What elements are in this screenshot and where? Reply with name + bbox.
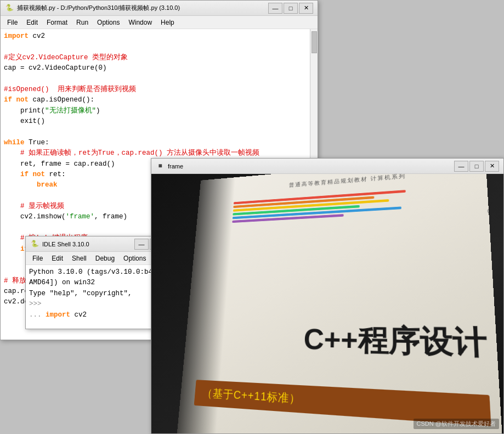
shell-titlebar-left: 🐍 IDLE Shell 3.10.0 [30,240,89,249]
editor-menubar: File Edit Format Run Options Window Help [1,16,318,29]
code-line-6: #isOpened() 用来判断是否捕获到视频 [4,84,314,95]
menu-window[interactable]: Window [124,18,156,27]
book-main-title: C++程序设计 [303,323,488,361]
menu-format[interactable]: Format [42,18,72,27]
code-line-7: if not cap.isOpened(): [4,95,314,105]
close-button[interactable]: ✕ [299,3,313,14]
editor-titlebar: 🐍 捕获视频帧.py - D:/Python/Python310/捕获视频帧.p… [1,1,318,16]
watermark-text: CSDN @软件开发技术爱好者 [414,419,499,429]
menu-help[interactable]: Help [156,18,179,27]
editor-icon: 🐍 [5,4,14,13]
code-line-12: # 如果正确读帧，ret为True，cap.read() 方法从摄像头中读取一帧… [4,148,314,159]
frame-maximize-button[interactable]: □ [469,161,484,172]
frame-title: frame [168,163,183,170]
shell-menu-shell[interactable]: Shell [67,253,91,263]
code-line-5 [4,74,314,84]
frame-titlebar-left: ■ frame [156,162,183,171]
rainbow-lines [232,188,428,223]
book-cover-surface: 普通高等教育精品规划教材 计算机系列 C++程序设计 （基于 [175,174,503,433]
book-transform: 普通高等教育精品规划教材 计算机系列 C++程序设计 （基于 [175,174,503,433]
code-line-3: #定义cv2.VideoCapture 类型的对象 [4,53,314,63]
book-subtitle-text: （基于C++11标准） [202,387,301,405]
shell-menu-edit[interactable]: Edit [47,253,67,263]
menu-file[interactable]: File [3,18,22,27]
code-line-4: cap = cv2.VideoCapture(0) [4,63,314,74]
menu-run[interactable]: Run [72,18,93,27]
shell-menu-options[interactable]: Options [119,253,150,263]
code-line-1: import cv2 [4,31,314,42]
menu-options[interactable]: Options [93,18,124,27]
book-top-text: 普通高等教育精品规划教材 计算机系列 [234,174,474,193]
frame-titlebar: ■ frame — □ ✕ [151,159,503,174]
shell-menu-file[interactable]: File [28,253,47,263]
frame-minimize-button[interactable]: — [454,161,468,172]
code-line-11: while True: [4,138,314,148]
frame-window: ■ frame — □ ✕ 普通高等教育精品规划教材 计算机系列 [151,158,504,434]
minimize-button[interactable]: — [268,3,282,14]
frame-close-button[interactable]: ✕ [485,161,499,172]
frame-controls: — □ ✕ [454,161,499,172]
scrollbar-thumb[interactable] [312,31,317,53]
shell-menu-debug[interactable]: Debug [91,253,119,263]
code-line-10 [4,127,314,137]
shell-title: IDLE Shell 3.10.0 [42,241,89,247]
frame-window-icon: ■ [156,162,165,171]
maximize-button[interactable]: □ [284,3,298,14]
editor-title: 捕获视频帧.py - D:/Python/Python310/捕获视频帧.py … [17,4,180,12]
code-line-8: print("无法打摄像机") [4,106,314,116]
book-scene: 普通高等教育精品规划教材 计算机系列 C++程序设计 （基于 [151,174,503,433]
shell-minimize-button[interactable]: — [134,239,149,250]
frame-content: 普通高等教育精品规划教材 计算机系列 C++程序设计 （基于 [151,174,503,433]
titlebar-left: 🐍 捕获视频帧.py - D:/Python/Python310/捕获视频帧.p… [5,4,180,13]
editor-controls: — □ ✕ [268,3,313,14]
menu-edit[interactable]: Edit [22,18,42,27]
shell-icon: 🐍 [30,240,39,249]
code-line-2 [4,42,314,52]
code-line-9: exit() [4,116,314,127]
